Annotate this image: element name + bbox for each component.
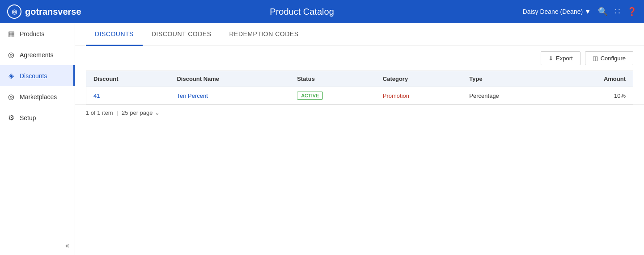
tabs-bar: DISCOUNTS DISCOUNT CODES REDEMPTION CODE…	[75, 23, 644, 46]
cell-type: Percentage	[462, 87, 555, 105]
cell-status: ACTIVE	[290, 87, 376, 105]
main-layout: ▦ Products ◎ Agreements ◈ Discounts ◎ Ma…	[0, 23, 644, 255]
cell-discount-name[interactable]: Ten Percent	[169, 87, 290, 105]
sidebar-label-discounts: Discounts	[20, 72, 47, 79]
sidebar-item-agreements[interactable]: ◎ Agreements	[0, 44, 75, 65]
col-type: Type	[462, 71, 555, 87]
help-icon[interactable]: ❓	[627, 7, 637, 17]
export-button[interactable]: ⇓ Export	[541, 51, 580, 65]
marketplaces-icon: ◎	[7, 92, 15, 101]
pagination-summary: 1 of 1 item	[86, 109, 113, 116]
configure-button[interactable]: ◫ Configure	[585, 51, 633, 65]
configure-label: Configure	[601, 55, 626, 62]
export-icon: ⇓	[548, 55, 553, 62]
user-name: Daisy Deane (Deane)	[523, 8, 583, 15]
search-icon[interactable]: 🔍	[598, 7, 608, 17]
pagination-separator: |	[117, 109, 118, 116]
logo-text: gotransverse	[25, 7, 81, 17]
header-right: Daisy Deane (Deane) ▼ 🔍 ∷ ❓	[523, 7, 637, 17]
cell-category: Promotion	[376, 87, 462, 105]
status-badge: ACTIVE	[297, 92, 323, 100]
discounts-icon: ◈	[7, 71, 15, 80]
sidebar-label-agreements: Agreements	[20, 51, 53, 59]
page-title: Product Catalog	[81, 7, 523, 17]
col-discount-name: Discount Name	[169, 71, 290, 87]
tab-discounts[interactable]: DISCOUNTS	[86, 23, 143, 46]
col-discount: Discount	[86, 71, 170, 87]
sidebar-label-products: Products	[20, 30, 44, 38]
sidebar-label-setup: Setup	[20, 114, 36, 121]
export-label: Export	[556, 55, 573, 62]
sidebar-item-setup[interactable]: ⚙ Setup	[0, 107, 75, 128]
logo[interactable]: ◎ gotransverse	[7, 4, 81, 19]
setup-icon: ⚙	[7, 113, 15, 122]
sidebar-item-marketplaces[interactable]: ◎ Marketplaces	[0, 86, 75, 107]
pagination-bar: 1 of 1 item | 25 per page ⌄	[75, 105, 644, 121]
agreements-icon: ◎	[7, 50, 15, 59]
sidebar-item-products[interactable]: ▦ Products	[0, 23, 75, 44]
tab-discount-codes[interactable]: DISCOUNT CODES	[143, 23, 220, 46]
discounts-table: Discount Discount Name Status Category T…	[86, 71, 633, 105]
table-container: Discount Discount Name Status Category T…	[75, 71, 644, 105]
per-page-selector[interactable]: 25 per page ⌄	[122, 109, 159, 116]
sidebar-collapse-button[interactable]: «	[65, 242, 69, 250]
sidebar: ▦ Products ◎ Agreements ◈ Discounts ◎ Ma…	[0, 23, 75, 255]
table-row[interactable]: 41Ten PercentACTIVEPromotionPercentage10…	[86, 87, 633, 105]
configure-icon: ◫	[593, 55, 598, 62]
cell-discount[interactable]: 41	[86, 87, 170, 105]
col-status: Status	[290, 71, 376, 87]
table-header-row: Discount Discount Name Status Category T…	[86, 71, 633, 87]
tab-redemption-codes[interactable]: REDEMPTION CODES	[220, 23, 308, 46]
toolbar: ⇓ Export ◫ Configure	[75, 46, 644, 71]
user-dropdown-icon: ▼	[585, 8, 591, 15]
col-amount: Amount	[555, 71, 633, 87]
cell-amount: 10%	[555, 87, 633, 105]
grid-icon[interactable]: ∷	[615, 7, 620, 17]
sidebar-label-marketplaces: Marketplaces	[20, 93, 57, 100]
col-category: Category	[376, 71, 462, 87]
user-menu[interactable]: Daisy Deane (Deane) ▼	[523, 8, 591, 15]
logo-icon: ◎	[7, 4, 21, 19]
per-page-label: 25 per page	[122, 109, 153, 116]
per-page-chevron-icon: ⌄	[155, 109, 160, 116]
sidebar-item-discounts[interactable]: ◈ Discounts	[0, 65, 75, 86]
products-icon: ▦	[7, 29, 15, 38]
content-area: DISCOUNTS DISCOUNT CODES REDEMPTION CODE…	[75, 23, 644, 255]
header: ◎ gotransverse Product Catalog Daisy Dea…	[0, 0, 644, 23]
